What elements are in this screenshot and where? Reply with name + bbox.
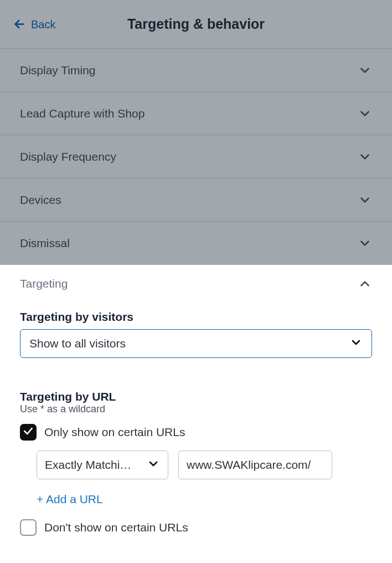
check-icon [23,426,34,439]
accordion-dismissal[interactable]: Dismissal [0,222,392,265]
visitors-select[interactable]: Show to all visitors [20,329,372,358]
accordion-label: Lead Capture with Shop [20,107,145,120]
accordion-display-timing[interactable]: Display Timing [0,49,392,92]
accordion-targeting[interactable]: Targeting [0,265,392,298]
only-show-label: Only show on certain URLs [44,426,185,439]
only-show-checkbox[interactable] [20,424,37,441]
chevron-down-icon [358,150,372,164]
dont-show-label: Don't show on certain URLs [44,521,188,534]
match-mode-value: Exactly Matchi… [45,458,131,472]
chevron-down-icon [147,457,160,473]
accordion-label: Targeting [20,277,68,290]
chevron-down-icon [358,106,372,121]
dont-show-row: Don't show on certain URLs [20,519,372,536]
chevron-down-icon [358,63,372,78]
page-header: Back Targeting & behavior [0,0,392,49]
targeting-by-url-label: Targeting by URL [20,390,372,403]
targeting-section: Targeting Targeting by visitors Show to … [0,265,392,536]
accordion-lead-capture[interactable]: Lead Capture with Shop [0,92,392,135]
url-rule-row: Exactly Matchi… [37,451,372,479]
accordion-label: Display Frequency [20,150,116,163]
accordion-label: Devices [20,193,61,207]
url-input[interactable] [178,451,332,479]
chevron-down-icon [358,193,372,207]
dont-show-checkbox[interactable] [20,519,37,536]
chevron-down-icon [349,336,363,352]
visitors-select-value: Show to all visitors [29,337,126,350]
targeting-by-url-hint: Use * as a wildcard [20,403,372,415]
accordion-label: Display Timing [20,64,96,77]
accordion-display-frequency[interactable]: Display Frequency [0,135,392,178]
chevron-down-icon [358,236,372,250]
back-label: Back [31,18,55,30]
targeting-by-visitors-label: Targeting by visitors [20,310,372,324]
back-button[interactable]: Back [13,18,55,30]
only-show-row: Only show on certain URLs [20,424,372,441]
accordion-label: Dismissal [20,237,70,250]
accordion-devices[interactable]: Devices [0,178,392,222]
chevron-up-icon [358,277,372,291]
page-title: Targeting & behavior [127,16,265,32]
arrow-left-icon [13,18,25,30]
match-mode-select[interactable]: Exactly Matchi… [37,451,168,479]
add-url-link[interactable]: + Add a URL [37,493,103,506]
